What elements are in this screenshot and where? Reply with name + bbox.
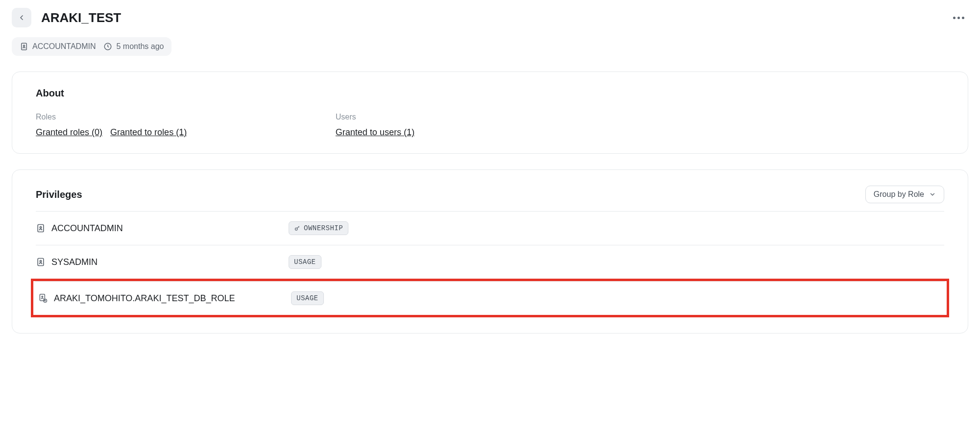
roles-links: Granted roles (0) Granted to roles (1) <box>36 127 336 138</box>
svg-point-9 <box>42 296 43 297</box>
more-menu-button[interactable] <box>949 13 968 23</box>
chevron-left-icon <box>18 14 25 22</box>
roles-label: Roles <box>36 113 336 121</box>
granted-roles-link[interactable]: Granted roles (0) <box>36 127 102 138</box>
privilege-badge: USAGE <box>291 291 324 305</box>
privilege-badge-label: USAGE <box>294 258 316 266</box>
owner-chip[interactable]: ACCOUNTADMIN <box>20 42 96 51</box>
dot-icon <box>953 17 956 19</box>
privilege-name-cell: ARAKI_TOMOHITO.ARAKI_TEST_DB_ROLE <box>38 293 283 304</box>
owner-label: ACCOUNTADMIN <box>32 42 96 51</box>
privilege-name: ACCOUNTADMIN <box>51 223 123 234</box>
meta-info: ACCOUNTADMIN 5 months ago <box>12 37 172 56</box>
about-grid: Roles Granted roles (0) Granted to roles… <box>36 113 944 138</box>
clock-icon <box>103 42 112 51</box>
about-title: About <box>36 88 944 99</box>
privileges-header: Privileges Group by Role <box>36 186 944 203</box>
roles-column: Roles Granted roles (0) Granted to roles… <box>36 113 336 138</box>
dot-icon <box>957 17 960 19</box>
header: ARAKI_TEST <box>12 8 968 27</box>
age-label: 5 months ago <box>116 42 164 51</box>
privilege-badge-label: OWNERSHIP <box>304 224 343 232</box>
granted-to-users-link[interactable]: Granted to users (1) <box>336 127 415 138</box>
group-by-label: Group by Role <box>874 190 924 199</box>
privilege-badge-label: USAGE <box>296 294 318 302</box>
dot-icon <box>962 17 964 19</box>
svg-point-7 <box>40 261 41 262</box>
privilege-badge: USAGE <box>289 255 321 269</box>
users-label: Users <box>336 113 636 121</box>
privilege-row[interactable]: SYSADMINUSAGE <box>36 245 944 279</box>
privileges-card: Privileges Group by Role ACCOUNTADMINOWN… <box>12 169 968 334</box>
group-by-dropdown[interactable]: Group by Role <box>865 186 944 203</box>
granted-to-roles-link[interactable]: Granted to roles (1) <box>110 127 187 138</box>
users-column: Users Granted to users (1) <box>336 113 636 138</box>
header-left: ARAKI_TEST <box>12 8 121 27</box>
role-badge-icon <box>20 42 28 51</box>
back-button[interactable] <box>12 8 31 27</box>
page-title: ARAKI_TEST <box>41 10 121 25</box>
key-icon <box>294 225 301 232</box>
privilege-name: SYSADMIN <box>51 257 98 267</box>
about-card: About Roles Granted roles (0) Granted to… <box>12 72 968 154</box>
highlighted-row: ARAKI_TOMOHITO.ARAKI_TEST_DB_ROLEUSAGE <box>31 279 949 317</box>
privileges-list: ACCOUNTADMINOWNERSHIPSYSADMINUSAGEARAKI_… <box>36 211 944 317</box>
privilege-badge: OWNERSHIP <box>289 221 348 235</box>
privilege-row[interactable]: ARAKI_TOMOHITO.ARAKI_TEST_DB_ROLEUSAGE <box>35 281 945 315</box>
privileges-title: Privileges <box>36 189 82 200</box>
chevron-down-icon <box>929 191 936 198</box>
db-role-icon <box>38 293 48 303</box>
age-chip[interactable]: 5 months ago <box>103 42 164 51</box>
privilege-name-cell: ACCOUNTADMIN <box>36 223 281 234</box>
privilege-name: ARAKI_TOMOHITO.ARAKI_TEST_DB_ROLE <box>54 293 235 304</box>
svg-point-1 <box>24 45 25 47</box>
users-links: Granted to users (1) <box>336 127 636 138</box>
svg-point-5 <box>295 228 297 230</box>
role-icon <box>36 223 46 233</box>
svg-point-4 <box>40 227 41 228</box>
privilege-row[interactable]: ACCOUNTADMINOWNERSHIP <box>36 211 944 245</box>
privilege-name-cell: SYSADMIN <box>36 257 281 267</box>
role-icon <box>36 257 46 267</box>
